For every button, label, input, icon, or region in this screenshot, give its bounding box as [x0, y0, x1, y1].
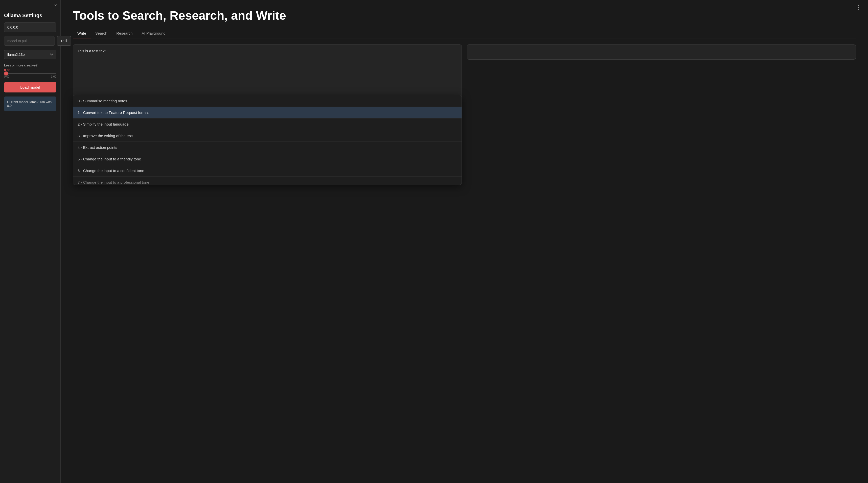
- tab-ai-playground[interactable]: AI Playground: [137, 29, 170, 38]
- output-area: [467, 44, 856, 60]
- slider-min: 0.00: [4, 75, 9, 78]
- page-title: Tools to Search, Research, and Write: [73, 9, 856, 23]
- creativity-label: Less or more creative?: [4, 63, 37, 67]
- creativity-slider[interactable]: [4, 73, 56, 74]
- main-content: ⋮ Tools to Search, Research, and Write W…: [61, 0, 868, 483]
- text-input[interactable]: This is a test text: [73, 44, 462, 100]
- current-model-info: Current model llama2:13b with 0.0: [4, 96, 56, 111]
- dropdown-item-0[interactable]: 0 - Summarise meeting notes: [73, 95, 462, 107]
- close-button[interactable]: ×: [54, 3, 57, 7]
- ip-address-input[interactable]: [4, 23, 56, 32]
- dropdown-item-4[interactable]: 4 - Extract action points: [73, 142, 462, 153]
- slider-labels: 0.00 1.00: [4, 75, 56, 78]
- creativity-section: Less or more creative? 0.00 0.00 1.00: [4, 63, 56, 78]
- tab-research[interactable]: Research: [112, 29, 137, 38]
- dropdown-item-6[interactable]: 6 - Change the input to a confident tone: [73, 165, 462, 176]
- model-select[interactable]: llama2:13b llama2:7b mistral codellama: [4, 50, 56, 59]
- right-panel: [467, 44, 856, 474]
- tab-write[interactable]: Write: [73, 29, 91, 38]
- dropdown-item-1[interactable]: 1 - Convert text to Feature Request form…: [73, 107, 462, 119]
- dropdown-item-3[interactable]: 3 - Improve the writing of the text: [73, 130, 462, 142]
- dropdown-item-5[interactable]: 5 - Change the input to a friendly tone: [73, 153, 462, 165]
- dropdown-item-7[interactable]: 7 - Change the input to a professional t…: [73, 176, 462, 185]
- write-tab-content: This is a test text 0 - Summarise meetin…: [73, 44, 856, 474]
- process-dropdown-overlay: 0 - Summarise meeting notes 1 - Convert …: [73, 95, 462, 185]
- pull-model-input[interactable]: [4, 36, 55, 46]
- left-panel: This is a test text 0 - Summarise meetin…: [73, 44, 462, 474]
- tab-search[interactable]: Search: [91, 29, 112, 38]
- sidebar-title: Ollama Settings: [4, 13, 56, 19]
- sidebar: × Ollama Settings Pull llama2:13b llama2…: [0, 0, 61, 483]
- dropdown-item-2[interactable]: 2 - Simplify the input language: [73, 119, 462, 130]
- load-model-button[interactable]: Load model: [4, 82, 56, 92]
- tabs-bar: Write Search Research AI Playground: [73, 29, 856, 38]
- more-menu-button[interactable]: ⋮: [856, 4, 862, 11]
- pull-row: Pull: [4, 36, 56, 46]
- slider-max: 1.00: [51, 75, 56, 78]
